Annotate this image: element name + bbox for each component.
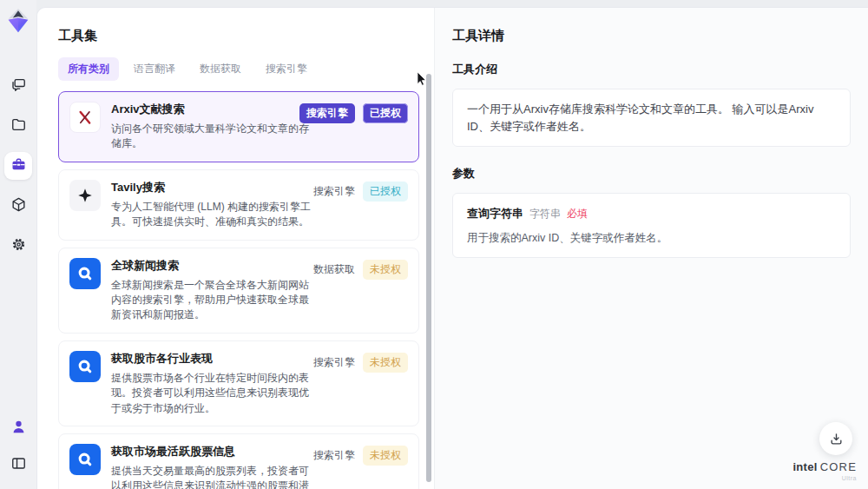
params-heading: 参数 — [452, 166, 851, 182]
category-label: 数据获取 — [313, 260, 355, 280]
download-icon — [829, 432, 844, 446]
tool-list-item[interactable]: 获取市场最活跃股票信息 提供当天交易量最高的股票列表，投资者可以利用这些信息来识… — [58, 433, 419, 489]
tool-badges: 搜索引擎已授权 — [313, 182, 408, 202]
sidebar-item-cube[interactable] — [4, 192, 32, 220]
detail-title: 工具详情 — [452, 28, 851, 44]
tool-name: 获取股市各行业表现 — [111, 351, 312, 367]
category-label: 搜索引擎 — [313, 182, 355, 202]
auth-status-badge: 未授权 — [363, 260, 408, 280]
parameter-type: 字符串 — [529, 206, 561, 221]
intel-core-logo: intelCORE Ultra — [792, 459, 857, 481]
tab-0[interactable]: 所有类别 — [58, 57, 119, 81]
tool-list-panel: 工具集 所有类别语言翻译数据获取搜索引擎 Arxiv文献搜索 访问各个研究领域大… — [37, 8, 435, 489]
parameter-header: 查询字符串 字符串 必填 — [467, 205, 836, 222]
blue-search-icon — [69, 444, 101, 475]
sidebar-item-toolbox[interactable] — [4, 152, 32, 180]
page-title: 工具集 — [58, 28, 419, 44]
auth-status-badge: 已授权 — [363, 182, 408, 202]
main-content: 工具集 所有类别语言翻译数据获取搜索引擎 Arxiv文献搜索 访问各个研究领域大… — [36, 7, 868, 489]
cube-icon — [10, 196, 27, 216]
tool-badges: 数据获取未授权 — [313, 260, 408, 280]
tab-3[interactable]: 搜索引擎 — [256, 57, 317, 81]
parameter-card: 查询字符串 字符串 必填 用于搜索的Arxiv ID、关键字或作者姓名。 — [452, 193, 851, 258]
intro-heading: 工具介绍 — [452, 62, 851, 77]
sidebar-bottom — [4, 414, 32, 489]
sidebar-item-panel-toggle[interactable] — [4, 451, 32, 479]
panel-toggle-icon — [10, 455, 27, 475]
tool-list-item[interactable]: Arxiv文献搜索 访问各个研究领域大量科学论文和文章的存储库。 搜索引擎已授权 — [58, 91, 419, 162]
app-window: 工具集 所有类别语言翻译数据获取搜索引擎 Arxiv文献搜索 访问各个研究领域大… — [0, 0, 868, 489]
tool-description: 专为人工智能代理 (LLM) 构建的搜索引擎工具。可快速提供实时、准确和真实的结… — [111, 200, 312, 230]
toolbox-icon — [10, 156, 27, 176]
parameter-description: 用于搜索的Arxiv ID、关键字或作者姓名。 — [467, 230, 836, 247]
auth-status-badge: 未授权 — [363, 446, 408, 466]
tool-list-item[interactable]: 全球新闻搜索 全球新闻搜索是一个聚合全球各大新闻网站内容的搜索引擎，帮助用户快速… — [58, 248, 419, 334]
scrollbar-thumb[interactable] — [426, 74, 431, 482]
tavily-icon — [69, 180, 101, 211]
gear-icon — [10, 236, 27, 256]
arxiv-icon — [69, 102, 101, 133]
tab-2[interactable]: 数据获取 — [190, 57, 251, 81]
sidebar-item-user[interactable] — [4, 414, 32, 442]
user-icon — [10, 419, 27, 439]
category-label: 搜索引擎 — [313, 353, 355, 373]
brand-ultra-text: Ultra — [792, 475, 857, 481]
sidebar-nav — [4, 72, 32, 260]
folder-icon — [10, 116, 27, 136]
tool-name: Arxiv文献搜索 — [111, 102, 312, 117]
brand-intel-text: intel — [792, 460, 817, 473]
intro-text: 一个用于从Arxiv存储库搜索科学论文和文章的工具。 输入可以是Arxiv ID… — [467, 102, 813, 133]
parameter-name: 查询字符串 — [467, 205, 523, 222]
sidebar-item-folder[interactable] — [4, 112, 32, 140]
tool-detail-panel: 工具详情 工具介绍 一个用于从Arxiv存储库搜索科学论文和文章的工具。 输入可… — [435, 8, 868, 489]
tool-badges: 搜索引擎未授权 — [313, 353, 408, 373]
brand-core-text: CORE — [820, 460, 857, 473]
category-label: 搜索引擎 — [313, 446, 355, 466]
tool-badges: 搜索引擎已授权 — [299, 103, 408, 123]
tool-list-item[interactable]: Tavily搜索 专为人工智能代理 (LLM) 构建的搜索引擎工具。可快速提供实… — [58, 169, 419, 241]
tool-name: 获取市场最活跃股票信息 — [111, 444, 312, 459]
sidebar-item-chat[interactable] — [4, 72, 32, 100]
tool-name: Tavily搜索 — [111, 180, 312, 195]
category-tabs: 所有类别语言翻译数据获取搜索引擎 — [58, 57, 419, 81]
tool-description: 全球新闻搜索是一个聚合全球各大新闻网站内容的搜索引擎，帮助用户快速获取全球最新资… — [111, 278, 312, 323]
tool-description: 访问各个研究领域大量科学论文和文章的存储库。 — [111, 122, 312, 152]
tab-1[interactable]: 语言翻译 — [124, 57, 185, 81]
list-scrollbar[interactable] — [426, 74, 431, 486]
sidebar — [0, 0, 36, 489]
blue-search-icon — [69, 351, 101, 382]
download-button[interactable] — [819, 422, 852, 455]
tool-description: 提供当天交易量最高的股票列表，投资者可以利用这些信息来识别流动性强的股票和潜在的… — [111, 464, 312, 489]
app-logo-icon[interactable] — [5, 6, 31, 36]
tool-name: 全球新闻搜索 — [111, 258, 312, 274]
auth-status-badge: 未授权 — [363, 353, 408, 373]
auth-status-badge: 搜索引擎 — [299, 103, 355, 123]
intro-card: 一个用于从Arxiv存储库搜索科学论文和文章的工具。 输入可以是Arxiv ID… — [452, 89, 851, 147]
parameter-required-badge: 必填 — [567, 206, 588, 221]
sidebar-item-gear[interactable] — [4, 232, 32, 260]
tool-list-item[interactable]: 获取股市各行业表现 提供股票市场各个行业在特定时间段内的表现。投资者可以利用这些… — [58, 340, 419, 426]
chat-icon — [10, 76, 27, 96]
tool-badges: 搜索引擎未授权 — [313, 446, 408, 466]
auth-status-badge: 已授权 — [363, 103, 408, 123]
blue-search-icon — [69, 258, 101, 289]
tool-list: Arxiv文献搜索 访问各个研究领域大量科学论文和文章的存储库。 搜索引擎已授权… — [58, 91, 419, 489]
tool-description: 提供股票市场各个行业在特定时间段内的表现。投资者可以利用这些信息来识别表现优于或… — [111, 371, 312, 416]
